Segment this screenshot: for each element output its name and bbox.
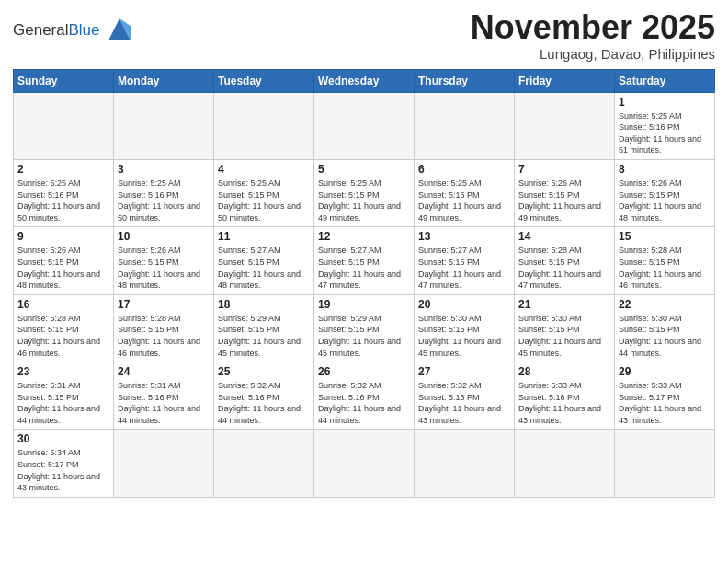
day-number: 6 <box>418 163 510 176</box>
day-info: Sunrise: 5:34 AMSunset: 5:17 PMDaylight:… <box>17 447 109 493</box>
day-info: Sunrise: 5:26 AMSunset: 5:15 PMDaylight:… <box>518 178 610 224</box>
day-number: 4 <box>218 163 310 176</box>
calendar-cell: 21Sunrise: 5:30 AMSunset: 5:15 PMDayligh… <box>515 294 615 362</box>
header: GeneralBlue November 2025 Lungaog, Davao… <box>13 9 715 62</box>
day-info: Sunrise: 5:25 AMSunset: 5:16 PMDaylight:… <box>118 178 210 224</box>
day-number: 30 <box>17 432 109 445</box>
day-number: 13 <box>418 230 510 243</box>
weekday-header: Sunday <box>14 69 114 92</box>
calendar-cell: 25Sunrise: 5:32 AMSunset: 5:16 PMDayligh… <box>214 362 314 430</box>
calendar-cell: 14Sunrise: 5:28 AMSunset: 5:15 PMDayligh… <box>515 227 615 294</box>
day-number: 11 <box>218 230 310 243</box>
title-block: November 2025 Lungaog, Davao, Philippine… <box>471 9 715 62</box>
calendar-cell: 29Sunrise: 5:33 AMSunset: 5:17 PMDayligh… <box>615 362 715 430</box>
day-info: Sunrise: 5:26 AMSunset: 5:15 PMDaylight:… <box>118 245 210 291</box>
day-info: Sunrise: 5:25 AMSunset: 5:15 PMDaylight:… <box>218 178 310 224</box>
month-title: November 2025 <box>471 9 715 46</box>
day-number: 29 <box>619 365 711 378</box>
calendar-cell <box>114 92 214 159</box>
weekday-header: Monday <box>114 69 214 92</box>
calendar-cell: 10Sunrise: 5:26 AMSunset: 5:15 PMDayligh… <box>114 227 214 294</box>
calendar-cell: 30Sunrise: 5:34 AMSunset: 5:17 PMDayligh… <box>14 430 114 497</box>
calendar-cell: 5Sunrise: 5:25 AMSunset: 5:15 PMDaylight… <box>314 159 415 226</box>
weekday-header: Saturday <box>615 69 715 92</box>
day-info: Sunrise: 5:30 AMSunset: 5:15 PMDaylight:… <box>418 313 510 359</box>
calendar-cell: 17Sunrise: 5:28 AMSunset: 5:15 PMDayligh… <box>114 294 214 362</box>
calendar-cell: 22Sunrise: 5:30 AMSunset: 5:15 PMDayligh… <box>615 294 715 362</box>
calendar-cell <box>515 430 615 497</box>
calendar-cell: 15Sunrise: 5:28 AMSunset: 5:15 PMDayligh… <box>615 227 715 294</box>
day-info: Sunrise: 5:29 AMSunset: 5:15 PMDaylight:… <box>218 313 310 359</box>
day-number: 24 <box>118 365 210 378</box>
day-info: Sunrise: 5:27 AMSunset: 5:15 PMDaylight:… <box>218 245 310 291</box>
day-number: 14 <box>518 230 610 243</box>
calendar-cell: 4Sunrise: 5:25 AMSunset: 5:15 PMDaylight… <box>214 159 314 226</box>
day-info: Sunrise: 5:25 AMSunset: 5:16 PMDaylight:… <box>619 110 711 156</box>
day-number: 28 <box>518 365 610 378</box>
day-number: 5 <box>318 163 410 176</box>
day-info: Sunrise: 5:28 AMSunset: 5:15 PMDaylight:… <box>118 313 210 359</box>
day-info: Sunrise: 5:25 AMSunset: 5:15 PMDaylight:… <box>418 178 510 224</box>
day-info: Sunrise: 5:25 AMSunset: 5:15 PMDaylight:… <box>318 178 410 224</box>
calendar-cell <box>214 430 314 497</box>
calendar-week-row: 23Sunrise: 5:31 AMSunset: 5:15 PMDayligh… <box>14 362 715 430</box>
calendar-cell: 20Sunrise: 5:30 AMSunset: 5:15 PMDayligh… <box>415 294 515 362</box>
day-info: Sunrise: 5:32 AMSunset: 5:16 PMDaylight:… <box>418 380 510 426</box>
day-info: Sunrise: 5:29 AMSunset: 5:15 PMDaylight:… <box>318 313 410 359</box>
calendar-cell: 16Sunrise: 5:28 AMSunset: 5:15 PMDayligh… <box>14 294 114 362</box>
calendar-cell: 6Sunrise: 5:25 AMSunset: 5:15 PMDaylight… <box>415 159 515 226</box>
day-number: 22 <box>619 298 711 311</box>
calendar-cell <box>314 430 415 497</box>
day-number: 20 <box>418 298 510 311</box>
day-info: Sunrise: 5:32 AMSunset: 5:16 PMDaylight:… <box>218 380 310 426</box>
day-number: 19 <box>318 298 410 311</box>
location-subtitle: Lungaog, Davao, Philippines <box>471 46 715 62</box>
calendar-cell <box>615 430 715 497</box>
day-number: 9 <box>17 230 109 243</box>
calendar-cell: 27Sunrise: 5:32 AMSunset: 5:16 PMDayligh… <box>415 362 515 430</box>
day-info: Sunrise: 5:31 AMSunset: 5:16 PMDaylight:… <box>118 380 210 426</box>
day-number: 17 <box>118 298 210 311</box>
day-number: 1 <box>619 96 711 109</box>
day-number: 3 <box>118 163 210 176</box>
day-info: Sunrise: 5:33 AMSunset: 5:16 PMDaylight:… <box>518 380 610 426</box>
day-info: Sunrise: 5:28 AMSunset: 5:15 PMDaylight:… <box>17 313 109 359</box>
calendar-cell <box>415 430 515 497</box>
day-info: Sunrise: 5:28 AMSunset: 5:15 PMDaylight:… <box>619 245 711 291</box>
day-number: 27 <box>418 365 510 378</box>
calendar-cell <box>314 92 415 159</box>
calendar-cell: 13Sunrise: 5:27 AMSunset: 5:15 PMDayligh… <box>415 227 515 294</box>
day-info: Sunrise: 5:30 AMSunset: 5:15 PMDaylight:… <box>619 313 711 359</box>
day-info: Sunrise: 5:27 AMSunset: 5:15 PMDaylight:… <box>318 245 410 291</box>
day-number: 2 <box>17 163 109 176</box>
calendar-cell: 19Sunrise: 5:29 AMSunset: 5:15 PMDayligh… <box>314 294 415 362</box>
calendar-cell <box>415 92 515 159</box>
calendar-cell: 7Sunrise: 5:26 AMSunset: 5:15 PMDaylight… <box>515 159 615 226</box>
weekday-header: Wednesday <box>314 69 415 92</box>
day-number: 7 <box>518 163 610 176</box>
calendar-cell <box>114 430 214 497</box>
page: GeneralBlue November 2025 Lungaog, Davao… <box>0 0 728 563</box>
day-number: 26 <box>318 365 410 378</box>
logo-general: General <box>13 21 68 39</box>
day-number: 8 <box>619 163 711 176</box>
calendar-cell: 24Sunrise: 5:31 AMSunset: 5:16 PMDayligh… <box>114 362 214 430</box>
calendar-week-row: 16Sunrise: 5:28 AMSunset: 5:15 PMDayligh… <box>14 294 715 362</box>
day-number: 12 <box>318 230 410 243</box>
calendar-table: SundayMondayTuesdayWednesdayThursdayFrid… <box>13 69 715 498</box>
day-info: Sunrise: 5:28 AMSunset: 5:15 PMDaylight:… <box>518 245 610 291</box>
calendar-cell <box>214 92 314 159</box>
calendar-cell: 2Sunrise: 5:25 AMSunset: 5:16 PMDaylight… <box>14 159 114 226</box>
calendar-week-row: 30Sunrise: 5:34 AMSunset: 5:17 PMDayligh… <box>14 430 715 497</box>
calendar-cell: 23Sunrise: 5:31 AMSunset: 5:15 PMDayligh… <box>14 362 114 430</box>
calendar-cell <box>515 92 615 159</box>
logo-blue: Blue <box>68 21 99 39</box>
calendar-cell: 28Sunrise: 5:33 AMSunset: 5:16 PMDayligh… <box>515 362 615 430</box>
day-number: 23 <box>17 365 109 378</box>
calendar-cell: 3Sunrise: 5:25 AMSunset: 5:16 PMDaylight… <box>114 159 214 226</box>
logo-icon <box>105 15 134 48</box>
calendar-cell: 11Sunrise: 5:27 AMSunset: 5:15 PMDayligh… <box>214 227 314 294</box>
calendar-week-row: 2Sunrise: 5:25 AMSunset: 5:16 PMDaylight… <box>14 159 715 226</box>
calendar-cell: 18Sunrise: 5:29 AMSunset: 5:15 PMDayligh… <box>214 294 314 362</box>
logo-text: GeneralBlue <box>13 21 100 40</box>
